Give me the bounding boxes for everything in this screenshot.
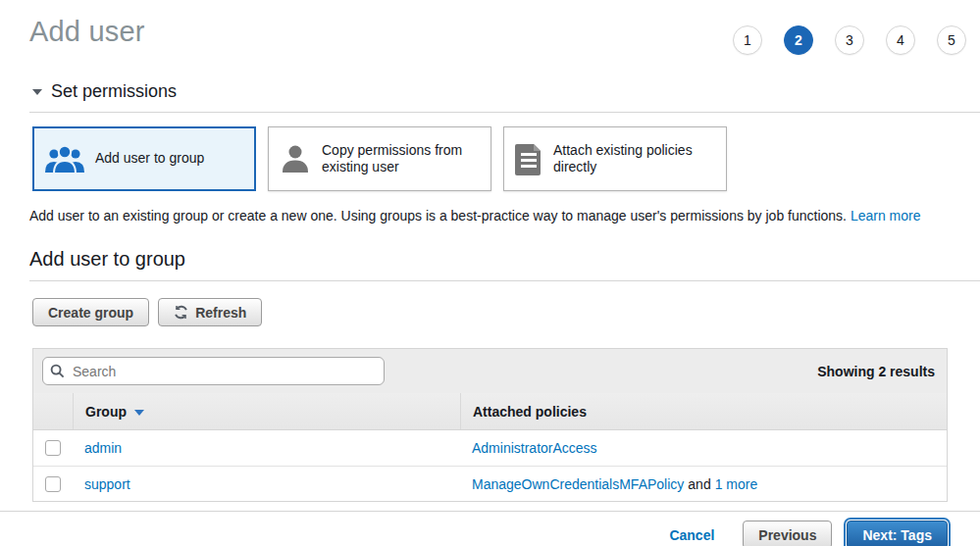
table-row-support: support ManageOwnCredentialsMFAPolicy an… [33,466,947,501]
collapse-caret-icon [32,89,42,95]
row-checkbox-cell [33,430,73,466]
permission-option-cards: Add user to group Copy permissions from … [32,126,980,191]
refresh-icon [174,305,188,320]
search-box [42,357,385,385]
option-card-attach-policies[interactable]: Attach existing policies directly [503,126,727,191]
group-description-text: Add user to an existing group or create … [29,208,951,223]
search-input[interactable] [42,357,385,385]
row-checkbox[interactable] [45,440,61,456]
add-user-wizard-page: Add user 1 2 3 4 5 Set permissions [0,0,980,546]
description-text: Add user to an existing group or create … [29,208,847,223]
previous-button[interactable]: Previous [743,521,832,546]
table-row-admin: admin AdministratorAccess [33,430,947,466]
table-header-row: Group Attached policies [33,393,947,430]
group-column-header[interactable]: Group [73,393,460,429]
set-permissions-title: Set permissions [51,81,177,102]
cancel-link[interactable]: Cancel [669,527,714,543]
section-divider [29,112,980,113]
wizard-footer: Cancel Previous Next: Tags [0,512,980,546]
single-user-icon [279,142,312,175]
policies-column-label: Attached policies [473,404,587,420]
attached-policies-cell: ManageOwnCredentialsMFAPolicy and 1 more [460,467,947,501]
option-card-label: Add user to group [95,150,204,168]
step-1: 1 [733,25,762,55]
step-5: 5 [937,25,966,55]
option-card-copy-permissions[interactable]: Copy permissions from existing user [268,126,491,191]
policy-link[interactable]: ManageOwnCredentialsMFAPolicy [472,476,684,492]
select-all-column [33,393,73,429]
policy-document-icon [514,142,543,175]
create-group-button[interactable]: Create group [32,298,149,326]
set-permissions-toggle[interactable]: Set permissions [32,81,980,102]
policies-column-header: Attached policies [460,393,947,429]
refresh-button-label: Refresh [195,305,246,321]
more-policies-link[interactable]: 1 more [715,476,758,492]
table-controls-bar: Showing 2 results [33,349,947,393]
step-4: 4 [886,25,915,55]
refresh-button[interactable]: Refresh [158,298,262,326]
group-link[interactable]: admin [84,440,122,456]
group-column-label: Group [85,404,127,420]
option-card-add-user-to-group[interactable]: Add user to group [32,126,256,191]
row-checkbox[interactable] [45,476,61,492]
group-name-cell: support [73,467,460,501]
row-checkbox-cell [33,467,73,501]
step-3: 3 [835,25,864,55]
page-title: Add user [29,16,145,48]
page-header: Add user 1 2 3 4 5 [0,0,980,55]
search-icon [50,364,65,382]
add-user-to-group-heading: Add user to group [29,248,980,271]
group-link[interactable]: support [84,476,130,492]
section-divider [29,280,980,281]
sort-desc-icon [134,410,144,416]
learn-more-link[interactable]: Learn more [851,208,921,223]
groups-table-panel: Showing 2 results Group Attached policie… [32,348,948,502]
group-toolbar: Create group Refresh [32,298,980,326]
group-name-cell: admin [73,430,460,466]
attached-policies-cell: AdministratorAccess [460,430,947,466]
results-count: Showing 2 results [817,364,938,379]
option-card-label: Copy permissions from existing user [322,142,481,176]
wizard-step-indicator: 1 2 3 4 5 [733,25,966,55]
policy-join-text: and [688,476,710,492]
next-tags-button[interactable]: Next: Tags [847,521,948,546]
step-2-active: 2 [784,25,813,55]
policy-link[interactable]: AdministratorAccess [472,440,597,456]
user-group-icon [44,143,85,174]
option-card-label: Attach existing policies directly [553,142,716,176]
